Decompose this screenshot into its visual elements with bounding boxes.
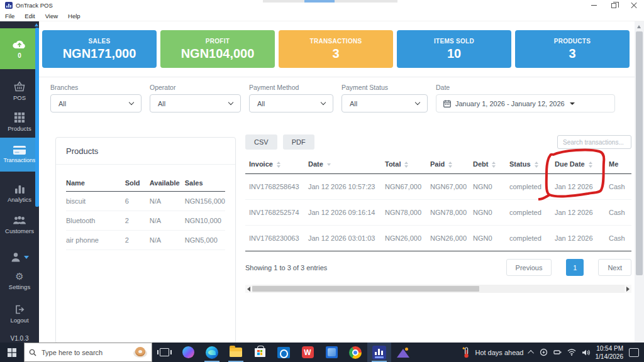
branches-select[interactable]: All xyxy=(50,94,142,112)
products-table: Name Sold Available Sales biscuit6 N/ANG… xyxy=(66,175,225,250)
action-center-icon[interactable] xyxy=(629,348,639,357)
thermometer-icon xyxy=(462,347,469,358)
menu-view[interactable]: View xyxy=(40,13,63,19)
top-horizontal-scrollbar[interactable] xyxy=(263,0,397,3)
pdf-export-button[interactable]: PDF xyxy=(283,134,314,150)
sidebar-user-menu[interactable] xyxy=(0,249,39,265)
windows-logo-icon xyxy=(8,348,16,357)
payment-status-select[interactable]: All xyxy=(341,94,428,112)
payment-method-select[interactable]: All xyxy=(249,94,333,112)
sidebar-item-logout[interactable]: Logout xyxy=(0,303,39,326)
horizontal-scrollbar[interactable] xyxy=(245,285,631,293)
tray-pen-icon[interactable] xyxy=(553,349,562,356)
select-value: All xyxy=(58,100,66,107)
taskbar-ontrack-pos[interactable] xyxy=(367,343,391,362)
taskbar-wps-office[interactable]: W xyxy=(296,343,319,362)
taskbar-outlook[interactable] xyxy=(272,343,296,362)
sidebar-item-settings[interactable]: Settings xyxy=(0,270,39,292)
col-header-paid[interactable]: Paid xyxy=(426,155,469,174)
col-header-invoice[interactable]: Invoice xyxy=(245,155,304,174)
transaction-row[interactable]: INV1768258643Jan 12 2026 10:57:23 NGN67,… xyxy=(245,174,631,200)
product-row[interactable]: Bluetooth2 N/ANGN10,000 xyxy=(66,211,225,231)
top-scrollbar-thumb[interactable] xyxy=(304,0,335,3)
select-value: All xyxy=(350,100,357,107)
restore-button[interactable] xyxy=(604,0,624,11)
vertical-scrollbar[interactable] xyxy=(635,21,644,343)
page-1-button[interactable]: 1 xyxy=(566,259,584,276)
date-range-picker[interactable]: January 1, 2026 - January 12, 2026 xyxy=(436,94,615,112)
taskbar-search-placeholder: Type here to search xyxy=(42,349,103,356)
taskbar-file-explorer[interactable] xyxy=(224,343,248,362)
sidebar-item-pos[interactable]: POS xyxy=(0,79,39,104)
col-header-total[interactable]: Total xyxy=(381,155,426,174)
tray-sync-icon[interactable] xyxy=(540,348,548,356)
pagination: Previous 1 Next xyxy=(506,259,631,276)
taskbar-chrome[interactable] xyxy=(343,343,367,362)
transaction-row[interactable]: INV1768252574Jan 12 2026 09:16:14 NGN78,… xyxy=(245,200,631,226)
col-header-sales: Sales xyxy=(185,175,225,192)
scroll-up-arrow-icon[interactable] xyxy=(35,23,38,26)
search-transactions-input[interactable] xyxy=(557,135,631,149)
taskbar-mountain-app[interactable] xyxy=(391,343,415,362)
product-row[interactable]: biscuit6 N/ANGN156,000 xyxy=(66,192,225,211)
sidebar-item-label: Analytics xyxy=(8,196,31,203)
menu-help[interactable]: Help xyxy=(63,13,86,19)
menu-file[interactable]: File xyxy=(0,13,19,19)
operator-select[interactable]: All xyxy=(150,94,241,112)
mountain-app-icon xyxy=(397,347,409,358)
taskbar-search-box[interactable]: Type here to search xyxy=(24,343,152,362)
csv-export-button[interactable]: CSV xyxy=(245,134,277,150)
sidebar-item-sync[interactable]: 0 xyxy=(0,28,39,69)
scrollbar-track[interactable] xyxy=(252,285,625,293)
stat-value: NGN104,000 xyxy=(181,47,255,61)
taskbar-photos[interactable] xyxy=(319,343,343,362)
scrollbar-thumb[interactable] xyxy=(252,286,479,292)
filter-payment-status: Payment Status All xyxy=(341,84,428,112)
taskbar-edge[interactable] xyxy=(200,343,224,362)
start-button[interactable] xyxy=(0,343,24,362)
transaction-row[interactable]: INV1768230063Jan 12 2026 03:01:03 NGN26,… xyxy=(245,226,631,251)
next-page-button[interactable]: Next xyxy=(598,259,631,276)
sidebar-item-analytics[interactable]: Analytics xyxy=(0,182,39,206)
weather-text[interactable]: Hot days ahead xyxy=(475,349,523,356)
tray-wifi-icon[interactable] xyxy=(567,349,576,356)
scroll-up-arrow-icon[interactable] xyxy=(637,25,641,28)
transactions-table: Invoice Date Total Paid Debt Status Due … xyxy=(245,155,631,251)
photos-icon xyxy=(326,346,338,358)
scroll-right-arrow-icon[interactable] xyxy=(626,287,630,292)
sort-icon xyxy=(277,162,280,168)
filter-payment-method: Payment Method All xyxy=(249,84,333,112)
vertical-scrollbar-thumb[interactable] xyxy=(636,31,643,275)
taskbar-microsoft-store[interactable] xyxy=(248,343,272,362)
previous-page-button[interactable]: Previous xyxy=(506,259,552,276)
cloud-upload-icon xyxy=(12,39,27,50)
taskbar-clock[interactable]: 10:54 PM 1/14/2026 xyxy=(596,344,624,361)
product-row[interactable]: air phonne2 N/ANGN5,000 xyxy=(66,231,225,250)
sort-icon xyxy=(404,162,408,168)
taskbar-copilot[interactable] xyxy=(176,343,200,362)
sidebar-item-products[interactable]: Products xyxy=(0,110,39,134)
search-icon xyxy=(29,349,36,356)
stat-value: 3 xyxy=(332,47,339,61)
col-header-sold: Sold xyxy=(125,175,150,192)
task-view-button[interactable] xyxy=(152,343,176,362)
sidebar-scrollbar[interactable] xyxy=(35,21,39,343)
tray-overflow-chevron-icon[interactable] xyxy=(528,350,534,356)
col-header-status[interactable]: Status xyxy=(506,155,551,174)
caret-down-icon xyxy=(570,102,575,105)
col-header-debt[interactable]: Debt xyxy=(469,155,506,174)
minimize-button[interactable] xyxy=(584,0,604,11)
menu-edit[interactable]: Edit xyxy=(19,13,40,19)
col-header-method-clipped[interactable]: Me xyxy=(605,155,631,174)
col-header-date[interactable]: Date xyxy=(304,155,381,174)
restore-icon xyxy=(611,3,616,8)
col-header-due-date[interactable]: Due Date xyxy=(551,155,605,174)
sidebar-item-customers[interactable]: Customers xyxy=(0,212,39,238)
close-button[interactable] xyxy=(624,0,644,11)
tray-volume-icon[interactable] xyxy=(582,349,590,356)
scroll-left-arrow-icon[interactable] xyxy=(247,287,250,292)
outlook-icon xyxy=(277,347,290,358)
taskbar: Type here to search W Hot days ahead xyxy=(0,343,644,362)
bing-daily-icon[interactable] xyxy=(133,346,147,359)
sidebar-item-transactions[interactable]: Transactions xyxy=(0,138,39,172)
